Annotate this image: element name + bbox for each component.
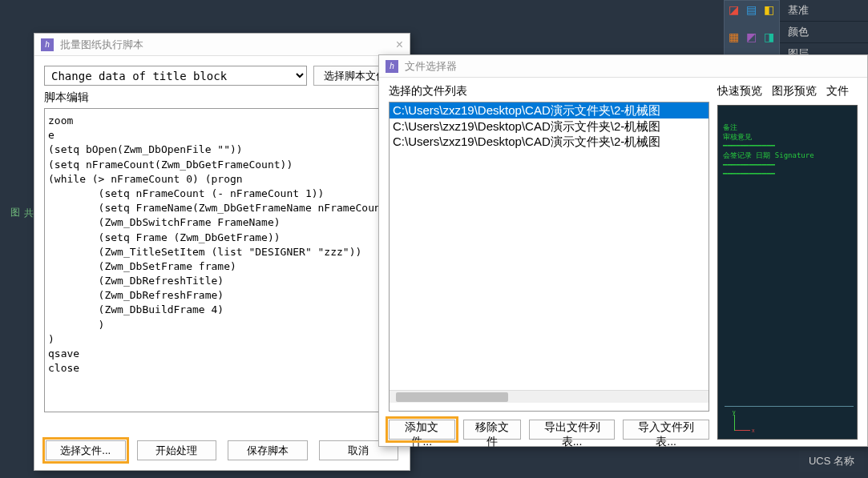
list-item[interactable]: C:\Users\zxz19\Desktop\CAD演示文件夹\2-机械图 xyxy=(390,118,709,135)
orange-icon[interactable]: ▦ xyxy=(725,28,742,46)
script-combo[interactable]: Change data of title block xyxy=(44,66,307,86)
blue-icon[interactable]: ▤ xyxy=(742,1,760,18)
side-label-base[interactable]: 基准 xyxy=(780,0,868,22)
remove-file-button[interactable]: 移除文件 xyxy=(463,420,521,440)
dialog2-title: 文件选择器 xyxy=(405,59,457,74)
script-edit-label: 脚本编辑 xyxy=(44,90,400,105)
dialog1-title: 批量图纸执行脚本 xyxy=(60,38,143,52)
list-item[interactable]: C:\Users\zxz19\Desktop\CAD演示文件夹\2-机械图 xyxy=(390,102,709,118)
app-icon: h xyxy=(41,38,54,51)
scrollbar-thumb[interactable] xyxy=(396,392,508,402)
import-list-button[interactable]: 导入文件列表... xyxy=(623,420,709,440)
close-icon[interactable]: × xyxy=(396,38,403,52)
save-script-button[interactable]: 保存脚本 xyxy=(228,440,308,460)
ucs-name-label: UCS 名称 xyxy=(799,451,864,472)
preview-drawing: 备注审核意见━━━━━━━━━━━━会签记录 日期 Signature━━━━━… xyxy=(723,123,814,179)
tab-graphic-preview[interactable]: 图形预览 xyxy=(772,84,817,100)
file-list[interactable]: C:\Users\zxz19\Desktop\CAD演示文件夹\2-机械图 C:… xyxy=(389,102,709,412)
side-label-color[interactable]: 颜色 xyxy=(780,22,868,43)
tab-quick-preview[interactable]: 快速预览 xyxy=(717,84,762,100)
app-icon: h xyxy=(386,60,398,73)
preview-area: 备注审核意见━━━━━━━━━━━━会签记录 日期 Signature━━━━━… xyxy=(717,105,858,440)
preview-tabs: 快速预览 图形预览 文件 xyxy=(717,84,858,100)
list-item[interactable]: C:\Users\zxz19\Desktop\CAD演示文件夹\2-机械图 xyxy=(390,134,709,150)
purple-icon[interactable]: ◩ xyxy=(742,28,760,46)
dialog2-titlebar[interactable]: h 文件选择器 xyxy=(379,55,867,78)
dialog1-titlebar[interactable]: h 批量图纸执行脚本 × xyxy=(34,34,410,56)
batch-script-dialog: h 批量图纸执行脚本 × Change data of title block … xyxy=(34,33,410,471)
teal-icon[interactable]: ◨ xyxy=(760,28,777,46)
file-selector-dialog: h 文件选择器 选择的文件列表 C:\Users\zxz19\Desktop\C… xyxy=(378,54,868,447)
add-file-button[interactable]: 添加文件... xyxy=(389,420,455,440)
command-icon-grid: ◪ ▤ ◧ ▦ ◩ ◨ xyxy=(724,0,780,56)
yellow-icon[interactable]: ◧ xyxy=(760,1,777,18)
start-process-button[interactable]: 开始处理 xyxy=(137,440,217,460)
tab-file[interactable]: 文件 xyxy=(826,84,849,100)
file-list-label: 选择的文件列表 xyxy=(389,84,709,98)
select-file-button[interactable]: 选择文件... xyxy=(46,440,126,460)
script-textarea[interactable] xyxy=(44,108,400,412)
axis-icon: x y xyxy=(734,412,753,431)
red-icon[interactable]: ◪ xyxy=(725,1,742,18)
horizontal-scrollbar[interactable] xyxy=(390,390,709,403)
export-list-button[interactable]: 导出文件列表... xyxy=(529,420,616,440)
